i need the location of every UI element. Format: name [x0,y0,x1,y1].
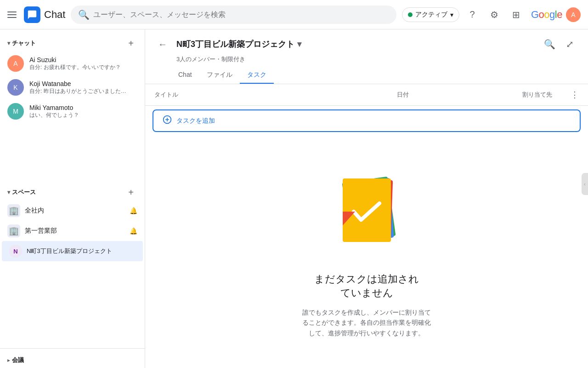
tasks-svg [321,166,413,258]
chat-preview-miki: はい、何でしょう？ [29,111,137,119]
meetings-chevron: ▸ [7,357,10,363]
chats-section-title: ▾ チャット [7,39,36,47]
search-space-button[interactable]: 🔍 [540,35,559,53]
space-name-daiichi: 第一営業部 [25,227,125,235]
chat-preview-koji: 自分: 昨日はありがとうございました… [29,87,137,95]
chat-item-miki-yamamoto[interactable]: M Miki Yamamoto はい、何でしょう？ [0,99,145,123]
chat-info-koji: Koji Watanabe 自分: 昨日はありがとうございました… [29,80,137,95]
space-name-n: N町3丁目ビル新築プロジェクト [27,247,136,255]
space-item-n-project[interactable]: N N町3丁目ビル新築プロジェクト [2,241,143,261]
menu-icon[interactable] [7,9,18,20]
search-icon: 🔍 [78,9,90,20]
add-task-label[interactable]: タスクを追加 [176,117,215,125]
spaces-label: スペース [12,188,36,196]
space-title: N町3丁目ビル新築プロジェクト ▾ [176,39,301,50]
sidebar-resize-handle[interactable]: ‹ [582,173,588,195]
chat-item-ai-suzuki[interactable]: A Ai Suzuki 自分: お疲れ様です。今いいですか？ [0,52,145,75]
tab-files[interactable]: ファイル [199,67,240,84]
avatar-miki: M [7,103,24,120]
chats-section-header: ▾ チャット + [0,29,145,52]
help-button[interactable]: ? [463,6,481,24]
empty-state: まだタスクは追加されていません 誰でもタスクを作成し、メンバーに割り当てることが… [145,136,588,368]
chat-name-koji: Koji Watanabe [29,80,137,87]
meetings-label: 会議 [12,356,24,364]
spaces-chevron[interactable]: ▾ [7,189,10,196]
more-options-icon[interactable]: ⋮ [571,90,579,100]
space-name-title: N町3丁目ビル新築プロジェクト [176,39,294,50]
space-list: 🏢 全社内 🔔 🏢 第一営業部 🔔 N N町3丁目ビル新築プロジェクト [0,201,145,261]
main-layout: ▾ チャット + A Ai Suzuki 自分: お疲れ様です。今いいですか？ … [0,29,588,368]
app-logo: Chat [24,6,65,23]
tasks-illustration [321,166,413,258]
chats-chevron[interactable]: ▾ [7,40,10,46]
status-dot [408,12,413,17]
tab-tasks[interactable]: タスク [240,67,274,84]
settings-button[interactable]: ⚙ [485,6,503,24]
apps-button[interactable]: ⊞ [507,6,526,24]
add-space-button[interactable]: + [124,186,137,199]
chat-preview-ai: 自分: お疲れ様です。今いいですか？ [29,63,137,71]
spaces-section-title: ▾ スペース [7,188,36,196]
add-chat-button[interactable]: + [124,37,137,50]
space-icon-daiichi: 🏢 [7,224,20,237]
add-task-row[interactable]: タスクを追加 [153,109,581,132]
main-content: ← N町3丁目ビル新築プロジェクト ▾ 🔍 ⤢ 3人のメンバー・制限付き Cha… [145,29,588,368]
col-assignee-header: 割り当て先 [453,91,571,99]
app-header: Chat 🔍 アクティブ ▾ ? ⚙ ⊞ Google A [0,0,588,29]
help-icon: ? [469,9,475,20]
content-header-top: ← N町3丁目ビル新築プロジェクト ▾ 🔍 ⤢ [154,35,579,53]
search-input[interactable] [93,11,389,19]
header-action-buttons: 🔍 ⤢ [540,35,579,53]
back-button[interactable]: ← [154,36,171,52]
apps-icon: ⊞ [512,9,520,20]
chat-info-ai: Ai Suzuki 自分: お疲れ様です。今いいですか？ [29,56,137,71]
empty-state-description: 誰でもタスクを作成し、メンバーに割り当てることができます。各自の担当作業を明確化… [302,307,431,338]
avatar-koji: K [7,79,24,96]
space-item-zenshain[interactable]: 🏢 全社内 🔔 [0,201,145,221]
logo-icon [24,6,40,23]
resize-icon: ‹ [584,182,585,187]
col-title-header: タイトル [154,91,353,99]
space-subtitle: 3人のメンバー・制限付き [176,55,579,63]
empty-state-title: まだタスクは追加されていません [314,272,419,300]
tab-chat[interactable]: Chat [171,67,199,84]
add-task-icon [163,115,172,126]
chat-name-miki: Miki Yamamoto [29,104,137,111]
space-dropdown-icon[interactable]: ▾ [297,39,301,49]
content-header: ← N町3丁目ビル新築プロジェクト ▾ 🔍 ⤢ 3人のメンバー・制限付き Cha… [145,29,588,84]
avatar-ai-suzuki: A [7,55,24,72]
content-body: タスクを追加 [145,106,588,368]
chevron-down-icon: ▾ [450,11,453,18]
settings-icon: ⚙ [490,9,498,20]
section-divider [0,348,145,349]
app-name: Chat [44,9,65,21]
svg-rect-4 [343,178,391,242]
chat-list: A Ai Suzuki 自分: お疲れ様です。今いいですか？ K Koji Wa… [0,52,145,123]
expand-button[interactable]: ⤢ [560,35,579,53]
status-button[interactable]: アクティブ ▾ [402,7,459,22]
chat-item-koji-watanabe[interactable]: K Koji Watanabe 自分: 昨日はありがとうございました… [0,75,145,99]
task-table-header: タイトル 日付 割り当て先 ⋮ [145,84,588,106]
chat-info-miki: Miki Yamamoto はい、何でしょう？ [29,104,137,119]
sidebar: ▾ チャット + A Ai Suzuki 自分: お疲れ様です。今いいですか？ … [0,29,145,368]
chats-label: チャット [12,39,36,47]
user-avatar[interactable]: A [566,7,581,22]
meetings-section[interactable]: ▸ 会議 [0,352,145,368]
header-actions: アクティブ ▾ ? ⚙ ⊞ Google A [402,6,581,24]
tabs-bar: Chat ファイル タスク [171,67,579,84]
space-icon-n: N [9,245,22,258]
search-bar[interactable]: 🔍 [71,6,396,24]
google-logo: Google [531,9,562,21]
space-icon-zenshain: 🏢 [7,204,20,217]
status-label: アクティブ [415,11,447,19]
space-name-zenshain: 全社内 [25,207,125,215]
pin-icon-daiichi: 🔔 [130,227,137,235]
space-item-daiichi[interactable]: 🏢 第一営業部 🔔 [0,221,145,241]
chat-name-ai: Ai Suzuki [29,56,137,63]
spaces-section-header: ▾ スペース + [0,178,145,201]
pin-icon-zenshain: 🔔 [130,207,137,214]
col-date-header: 日付 [353,91,453,99]
